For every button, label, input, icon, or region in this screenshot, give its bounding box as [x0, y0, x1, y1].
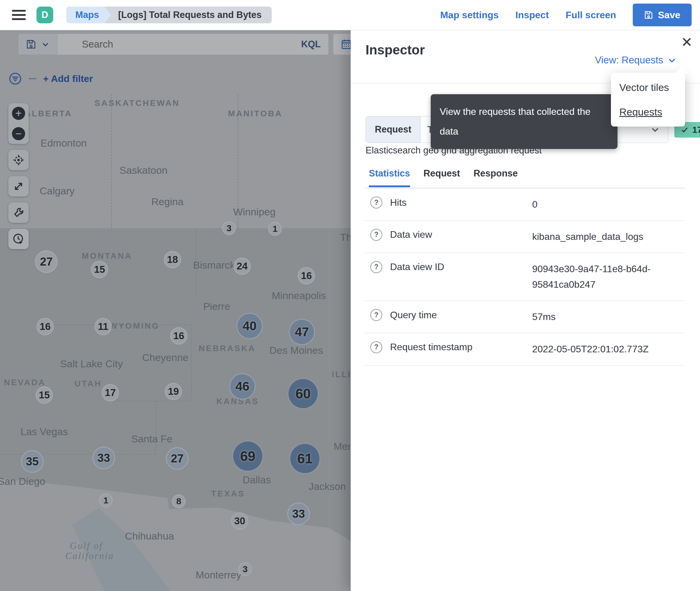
view-selector-label: View: Requests [595, 54, 663, 66]
request-selector-prepend: Request [366, 116, 420, 143]
inspect-link[interactable]: Inspect [515, 10, 549, 21]
avatar[interactable]: D [36, 7, 53, 23]
check-icon [681, 126, 689, 134]
save-button-label: Save [658, 10, 680, 21]
flyout-title: Inspector [366, 43, 425, 57]
stat-value: 90943e30-9a47-11e8-b64d-95841ca0b247 [532, 261, 685, 293]
stat-label: Data view [390, 229, 432, 240]
statistics-table: ?Hits 0 ?Data view kibana_sample_data_lo… [364, 188, 685, 366]
view-selector-tooltip: View the requests that collected the dat… [431, 94, 618, 149]
stat-label: Data view ID [390, 261, 444, 272]
save-disk-icon [644, 10, 653, 19]
menu-item-vector-tiles[interactable]: Vector tiles [619, 82, 669, 93]
table-row-query-time: ?Query time 57ms [364, 301, 685, 333]
table-row-data-view: ?Data view kibana_sample_data_logs [364, 221, 685, 253]
help-icon[interactable]: ? [370, 309, 382, 321]
help-icon[interactable]: ? [370, 261, 382, 273]
stat-label: Request timestamp [390, 341, 473, 353]
request-time-value: 1745ms [692, 125, 700, 135]
stat-value: 0 [532, 197, 685, 212]
content-area: ALBERTASASKATCHEWANMANITOBAMONTANAWYOMIN… [0, 30, 700, 591]
tooltip-text: View the requests that collected the dat… [440, 106, 591, 137]
view-selector-popover: Vector tiles Requests [611, 73, 685, 127]
help-icon[interactable]: ? [370, 229, 382, 241]
map-settings-link[interactable]: Map settings [440, 10, 499, 21]
table-row-request-timestamp: ?Request timestamp 2022-05-05T22:01:02.7… [364, 333, 685, 366]
table-row-hits: ?Hits 0 [364, 188, 685, 221]
breadcrumb-maps[interactable]: Maps [66, 7, 111, 23]
popover-arrow [674, 67, 689, 73]
stat-value: 2022-05-05T22:01:02.773Z [532, 341, 685, 357]
stat-value: 57ms [532, 309, 685, 325]
stat-label: Query time [390, 310, 437, 321]
tab-statistics[interactable]: Statistics [369, 168, 410, 187]
header-nav: Map settings Inspect Full screen Save [440, 4, 700, 26]
chevron-down-icon [668, 56, 676, 65]
close-icon[interactable]: ✕ [681, 35, 693, 49]
inspector-tabs: Statistics Request Response [369, 168, 518, 187]
table-row-data-view-id: ?Data view ID 90943e30-9a47-11e8-b64d-95… [364, 253, 685, 301]
save-button[interactable]: Save [633, 4, 692, 26]
breadcrumb-current-page: [Logs] Total Requests and Bytes [104, 7, 272, 23]
kibana-maps-screen: D Maps [Logs] Total Requests and Bytes M… [0, 0, 700, 591]
stat-value: kibana_sample_data_logs [532, 229, 685, 245]
full-screen-link[interactable]: Full screen [565, 10, 616, 21]
tab-request[interactable]: Request [423, 168, 460, 187]
menu-hamburger-icon[interactable] [12, 10, 26, 20]
tab-response[interactable]: Response [473, 168, 518, 187]
help-icon[interactable]: ? [370, 341, 382, 353]
stat-label: Hits [390, 197, 406, 208]
inspector-flyout: ✕ Inspector View: Requests 2 requests we… [351, 30, 700, 591]
menu-item-requests[interactable]: Requests [619, 106, 663, 118]
help-icon[interactable]: ? [370, 197, 382, 208]
breadcrumb: Maps [Logs] Total Requests and Bytes [66, 7, 272, 23]
view-selector[interactable]: View: Requests [595, 54, 676, 66]
top-header: D Maps [Logs] Total Requests and Bytes M… [0, 0, 700, 30]
